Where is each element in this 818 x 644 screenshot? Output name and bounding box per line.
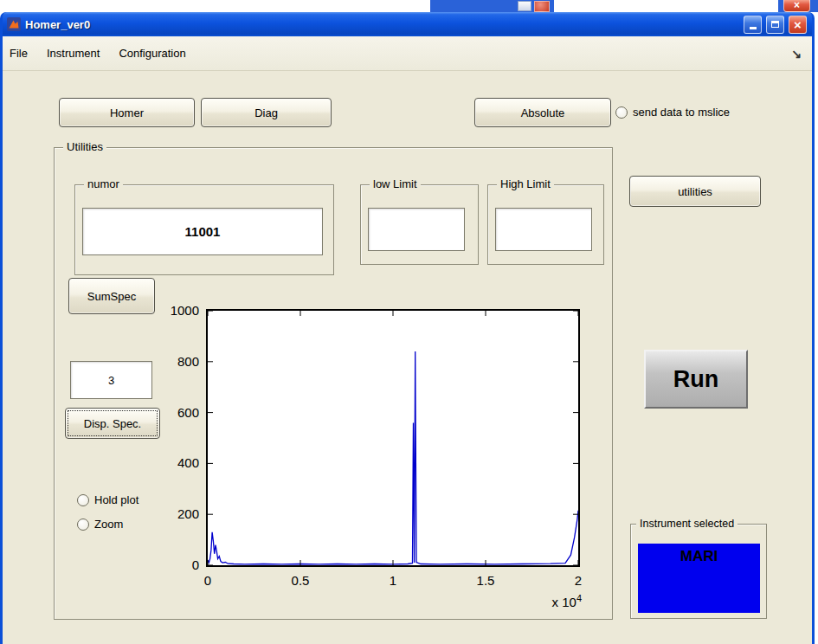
spectrum-plot[interactable]: 0200400600800100000.511.52 x 104 [206,309,580,567]
numor-label: numor [84,178,123,190]
menu-bar: File Instrument Configuration ↘ [3,36,812,71]
send-data-radio[interactable]: send data to mslice [615,106,730,119]
dock-arrow-icon[interactable]: ↘ [791,47,802,61]
menu-configuration[interactable]: Configuration [119,47,185,60]
matlab-app-icon [7,17,21,31]
close-icon: × [794,18,802,31]
y-tick-label: 0 [192,557,199,572]
background-window-fragment [430,0,554,12]
instrument-group: Instrument selected MARI [630,524,767,619]
exponent-base: x 10 [552,595,576,609]
background-window-fragment-right: × [778,0,818,12]
low-limit-input[interactable] [368,208,465,251]
radio-icon [615,106,628,119]
low-limit-label: low Limit [370,178,421,190]
numor-input[interactable] [82,208,323,255]
close-button[interactable]: × [789,16,807,34]
utilities-group: Utilities numor low Limit High Limit Sum… [54,147,613,620]
x-axis-exponent: x 104 [552,593,582,609]
menu-file[interactable]: File [10,47,28,60]
minimize-icon [750,27,757,29]
title-bar[interactable]: Homer_ver0 × [3,12,812,36]
diag-button[interactable]: Diag [201,98,332,127]
minimize-button[interactable] [744,16,762,34]
radio-icon [77,518,89,531]
high-limit-input[interactable] [495,208,592,251]
figure-client-area: Homer Diag Absolute send data to mslice … [3,71,812,644]
run-button[interactable]: Run [644,350,748,409]
y-tick-label: 200 [177,506,199,521]
hold-plot-label: Hold plot [94,493,138,506]
disp-spec-button[interactable]: Disp. Spec. [65,408,160,439]
background-window-button[interactable] [518,1,531,11]
exponent-power: 4 [576,593,582,603]
y-tick-label: 1000 [171,303,199,318]
x-tick-label: 0.5 [292,573,310,588]
homer-button[interactable]: Homer [59,98,195,127]
zoom-label: Zoom [94,518,123,531]
y-tick-label: 400 [177,455,199,470]
high-limit-label: High Limit [497,178,554,190]
y-tick-label: 600 [177,405,199,420]
hold-plot-radio[interactable]: Hold plot [77,493,138,506]
instrument-name: MARI [680,548,718,565]
y-tick-label: 800 [177,354,199,369]
restore-icon [771,21,779,28]
x-tick-label: 2 [575,573,582,588]
sumspec-button[interactable]: SumSpec [68,278,155,314]
absolute-button[interactable]: Absolute [474,98,611,127]
x-tick-label: 1.5 [477,573,495,588]
background-close-button[interactable]: × [783,0,810,12]
utilities-button[interactable]: utilities [629,176,761,207]
close-icon: × [794,0,800,11]
menu-instrument[interactable]: Instrument [47,47,100,60]
x-tick-label: 0 [204,573,211,588]
homer-window: Homer_ver0 × File Instrument Configurati… [0,12,815,644]
window-title: Homer_ver0 [25,18,739,31]
radio-icon [77,494,89,506]
x-tick-label: 1 [390,573,396,588]
instrument-display: MARI [638,544,760,613]
zoom-radio[interactable]: Zoom [77,518,123,531]
numor-group: numor [74,184,334,275]
spectrum-canvas[interactable] [208,311,578,565]
send-data-label: send data to mslice [633,106,730,119]
spectrum-number-input[interactable] [70,361,152,399]
desktop: × Homer_ver0 × File Instrument Configura… [0,0,818,644]
background-window-close-button[interactable] [534,1,550,12]
utilities-group-label: Utilities [63,141,106,153]
high-limit-group: High Limit [487,184,604,265]
low-limit-group: low Limit [360,184,479,265]
instrument-group-label: Instrument selected [636,518,737,530]
restore-button[interactable] [766,16,784,34]
